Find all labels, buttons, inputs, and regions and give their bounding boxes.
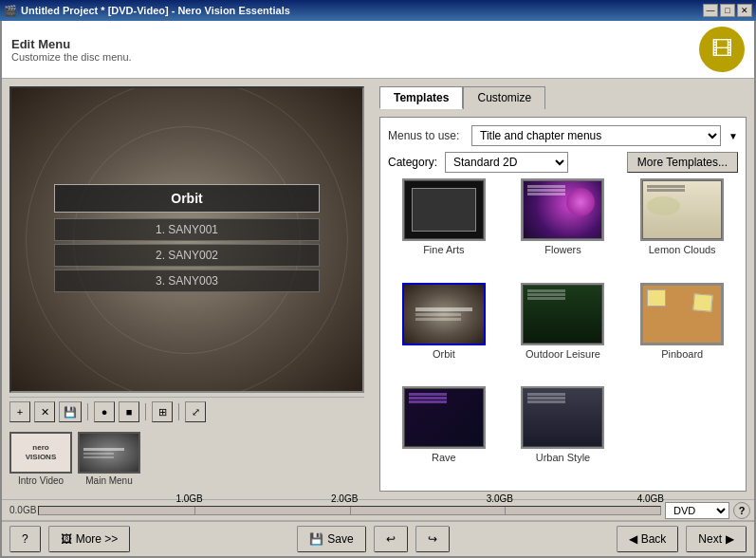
more-button[interactable]: 🖼 More >> [48, 526, 131, 552]
title-text: Untitled Project * [DVD-Video] - Nero Vi… [21, 5, 290, 16]
urban-line [527, 393, 565, 396]
play-button[interactable]: ● [94, 401, 115, 422]
add-button[interactable]: + [9, 401, 30, 422]
help-icon: ? [22, 532, 28, 546]
thumb-line [83, 453, 114, 455]
urban-preview [523, 388, 602, 447]
right-panel: Templates Customize Menus to use: Title … [372, 79, 754, 499]
outdoor-line [527, 289, 565, 292]
orbit-preview [404, 285, 484, 344]
cloud-shape [647, 196, 680, 215]
preview-item-1: 1. SANY001 [54, 218, 320, 241]
template-orbit-thumb[interactable] [402, 283, 486, 345]
more-label: More >> [76, 532, 119, 546]
rave-line [409, 397, 447, 400]
minimize-button[interactable]: — [703, 4, 718, 17]
template-flowers[interactable]: Flowers [507, 178, 619, 275]
gb-label-0: 0.0GB [9, 505, 36, 515]
back-button[interactable]: ◀ Back [617, 526, 679, 552]
menus-to-use-dropdown-arrow[interactable]: ▼ [728, 131, 738, 141]
move-button[interactable]: ⤢ [185, 401, 206, 422]
tab-customize[interactable]: Customize [463, 86, 545, 109]
disc-selector: DVD Blu-ray AVCHD ? [665, 502, 750, 519]
template-fine-arts-label: Fine Arts [423, 244, 464, 255]
film-icon: 🎞 [699, 27, 745, 72]
template-orbit[interactable]: Orbit [388, 283, 500, 380]
nero-logo: neroVISIONS [26, 443, 56, 461]
maximize-button[interactable]: □ [720, 4, 735, 17]
save-button[interactable]: 💾 Save [297, 526, 365, 552]
preview-item-2: 2. SANY002 [54, 244, 320, 267]
template-urban-style[interactable]: Urban Style [507, 386, 619, 483]
template-lemon-clouds[interactable]: Lemon Clouds [626, 178, 738, 275]
template-rave[interactable]: Rave [388, 386, 500, 483]
delete-button[interactable]: ✕ [34, 401, 55, 422]
category-select[interactable]: Standard 2D Standard 3D Animated [445, 152, 568, 173]
preview-panel: Orbit 1. SANY001 2. SANY002 3. SANY003 +… [2, 79, 372, 499]
template-flowers-thumb[interactable] [521, 178, 604, 241]
preview-item-3: 3. SANY003 [54, 270, 320, 292]
preview-area: Orbit 1. SANY001 2. SANY002 3. SANY003 [9, 86, 364, 393]
menus-to-use-select[interactable]: Title and chapter menus Title menus only… [471, 125, 721, 146]
app-icon: 🎬 [4, 5, 17, 17]
outdoor-line [527, 293, 565, 296]
main-window: Edit Menu Customize the disc menu. 🎞 Orb… [0, 21, 756, 558]
more-templates-button[interactable]: More Templates... [627, 152, 738, 173]
tab-content-area: Menus to use: Title and chapter menus Ti… [379, 117, 747, 492]
template-pinboard-thumb[interactable] [640, 283, 724, 345]
thumbnails-strip: neroVISIONS Intro Video Main Menu [9, 426, 364, 492]
redo-button[interactable]: ↪ [415, 526, 450, 552]
fa-line [427, 209, 460, 212]
gb-tick-1 [194, 507, 195, 514]
next-button[interactable]: Next ▶ [686, 526, 747, 552]
gb-label-1: 1.0GB [175, 493, 202, 504]
more-icon: 🖼 [61, 532, 72, 546]
thumb-main-menu[interactable]: Main Menu [78, 432, 140, 486]
template-pinboard[interactable]: Pinboard [626, 283, 738, 380]
save-icon: 💾 [309, 532, 323, 546]
pin-note-1 [647, 289, 666, 307]
app-title: 🎬 Untitled Project * [DVD-Video] - Nero … [4, 5, 290, 17]
rave-line [409, 400, 447, 403]
titlebar: 🎬 Untitled Project * [DVD-Video] - Nero … [0, 0, 756, 21]
template-fine-arts[interactable]: Fine Arts [388, 178, 500, 275]
tab-templates[interactable]: Templates [379, 86, 463, 109]
page-subtitle: Customize the disc menu. [11, 51, 132, 63]
thumb-line [83, 456, 114, 458]
stop-button[interactable]: ■ [119, 401, 139, 422]
undo-button[interactable]: ↩ [374, 526, 408, 552]
template-urban-style-thumb[interactable] [521, 386, 604, 449]
disc-type-select[interactable]: DVD Blu-ray AVCHD [665, 502, 729, 519]
orbit-line [415, 313, 461, 316]
template-fine-arts-thumb[interactable] [402, 178, 486, 241]
urban-line [527, 400, 565, 403]
close-button[interactable]: ✕ [737, 4, 752, 17]
thumb-intro-box[interactable]: neroVISIONS [9, 432, 72, 474]
lemon-line [647, 189, 685, 192]
template-lemon-clouds-thumb[interactable] [640, 178, 724, 241]
template-grid: Fine Arts Flowers [388, 178, 738, 483]
template-outdoor-leisure[interactable]: Outdoor Leisure [507, 283, 619, 380]
help-button[interactable]: ? [9, 526, 41, 552]
fa-inner [420, 194, 468, 227]
window-controls[interactable]: — □ ✕ [703, 4, 752, 17]
category-row: Category: Standard 2D Standard 3D Animat… [388, 152, 738, 173]
back-label: Back [641, 532, 667, 546]
template-outdoor-leisure-thumb[interactable] [521, 283, 604, 345]
gb-label-3: 3.0GB [487, 493, 513, 504]
preview-toolbar: + ✕ 💾 ● ■ ⊞ ⤢ [9, 397, 364, 426]
header-left: Edit Menu Customize the disc menu. [11, 37, 132, 63]
toolbar-separator-3 [178, 403, 179, 420]
flowers-line [527, 185, 565, 188]
footer: ? 🖼 More >> 💾 Save ↩ ↪ ◀ Back Next ▶ [2, 520, 754, 556]
template-flowers-label: Flowers [544, 244, 581, 255]
grid-button[interactable]: ⊞ [152, 401, 173, 422]
help-statusbar-button[interactable]: ? [733, 502, 750, 519]
save-toolbar-button[interactable]: 💾 [59, 401, 82, 422]
outdoor-preview [523, 285, 602, 344]
thumb-intro-video[interactable]: neroVISIONS Intro Video [9, 432, 72, 486]
thumb-main-box[interactable] [78, 432, 140, 474]
urban-line [527, 397, 565, 400]
template-rave-thumb[interactable] [402, 386, 486, 449]
next-label: Next [698, 532, 722, 546]
